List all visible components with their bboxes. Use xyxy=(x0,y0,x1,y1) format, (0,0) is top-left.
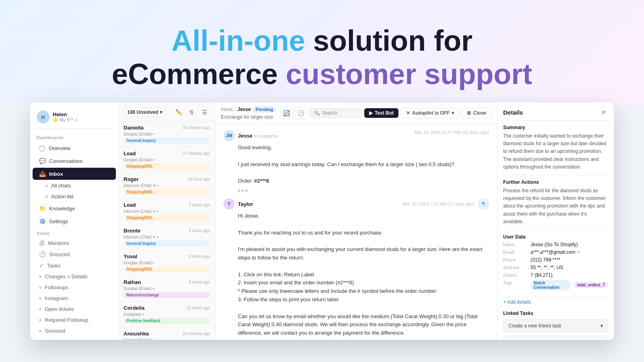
chat-subject: Exchange for larger size xyxy=(221,114,276,120)
sidebar-views-changes[interactable]: Changes > Details xyxy=(33,272,116,282)
list-item[interactable]: Cordelia 16 hours ago Instagram • Positi… xyxy=(119,302,215,327)
filter-button[interactable]: ☰ xyxy=(199,107,210,118)
list-item[interactable]: Yuval 6 hours ago Gorgias (Email) • Ship… xyxy=(119,250,215,276)
copy-icon[interactable]: ⧉ xyxy=(577,250,580,255)
linked-task-title: #1**** - Exchange for bigger size xyxy=(508,339,583,340)
dashboards-label: Dashboards xyxy=(30,132,118,142)
sidebar-item-label: Conversations xyxy=(49,158,83,164)
autopilot-button[interactable]: ✕ Autopilot is OFF ▾ xyxy=(401,108,459,118)
refresh-icon[interactable]: 🔄 xyxy=(281,107,293,119)
sidebar-sub-action-list[interactable]: Action list xyxy=(33,191,116,202)
email-label: Email xyxy=(503,249,527,255)
sidebar-views-open-tickets[interactable]: Open tickets xyxy=(33,304,116,314)
dot-icon xyxy=(45,195,48,198)
sidebar-views-instagram[interactable]: Instagram xyxy=(33,293,116,303)
sidebar-views-label: Mentions xyxy=(48,240,69,246)
list-item[interactable]: Raihan 6 hours ago Gorgias (Email) • Ret… xyxy=(119,276,215,302)
app-window: H Helen 🌟 My S** ◇ Dashboards ◯ Overview… xyxy=(30,103,614,340)
hero-colored-2: customer support xyxy=(286,58,532,90)
dot-icon xyxy=(39,276,41,278)
list-item[interactable]: Lead 37 minutes ago Gorgias (Email) • Sh… xyxy=(119,147,215,173)
unsolved-count: 108 Unsolved xyxy=(127,109,158,115)
chevron-down-icon: ▾ xyxy=(452,110,454,116)
details-close-button[interactable]: ✕ xyxy=(599,107,608,117)
tag-orders[interactable]: total_orders_7 xyxy=(574,282,608,288)
message-block-taylor: T Taylor Mar 20, 2024 7:23 AM (11 days a… xyxy=(223,198,489,340)
chat-area: Inbox / Jesse Pending Exchange for large… xyxy=(215,103,497,340)
add-details-link[interactable]: + Add details xyxy=(497,297,614,307)
conv-list-actions: ✏️ ⇅ ☰ xyxy=(173,107,210,118)
conversation-list: 108 Unsolved ▾ ✏️ ⇅ ☰ Daniella 35 minute… xyxy=(119,103,215,340)
snoozed-icon: 🕐 xyxy=(39,251,46,257)
sidebar: H Helen 🌟 My S** ◇ Dashboards ◯ Overview… xyxy=(30,103,119,340)
sidebar-views-mentions[interactable]: @ Mentions xyxy=(33,238,116,248)
sidebar-views-label: Open tickets xyxy=(45,306,74,312)
message-to: to support ▾ xyxy=(254,134,278,138)
sender-row: JM Jesse to support ▾ xyxy=(223,130,278,141)
search-box[interactable]: 🔍 Search xyxy=(310,108,362,118)
email-value: a***.a***@gmail.com ⧉ xyxy=(530,249,580,255)
address-label: Address xyxy=(503,265,527,270)
phone-value: (312) 768-**** xyxy=(530,257,560,263)
hero-title: All-in-one solution for eCommerce custom… xyxy=(0,24,644,91)
sidebar-views-label: Tasks xyxy=(47,263,60,269)
sidebar-views-required-followup[interactable]: Required Followup xyxy=(33,315,116,325)
sidebar-item-label: Settings xyxy=(49,218,68,224)
list-item[interactable]: Anoushka 19 minutes ago Gorgias (Email) … xyxy=(119,327,215,340)
knowledge-icon: 📁 xyxy=(39,205,46,212)
unsolved-button[interactable]: 108 Unsolved ▾ xyxy=(124,107,166,117)
list-item[interactable]: Lead 3 hours ago Intercom (Chat) ✕ • Shi… xyxy=(119,199,215,224)
details-panel: Details ✕ Summary The customer initially… xyxy=(497,103,614,340)
history-icon[interactable]: 🕐 xyxy=(295,107,307,119)
orders-label: Orders xyxy=(503,272,527,278)
sidebar-username: Helen xyxy=(53,111,78,117)
sidebar-item-label: Overview xyxy=(49,145,70,151)
tags-label: Tags xyxy=(503,280,527,285)
sidebar-item-overview[interactable]: ◯ Overview xyxy=(33,142,116,154)
sidebar-views-followups[interactable]: Followups xyxy=(33,282,116,292)
sidebar-views-label: Followups xyxy=(45,284,68,290)
tasks-icon: ✓ xyxy=(39,262,44,269)
search-icon: 🔍 xyxy=(314,110,320,116)
message-header: JM Jesse to support ▾ Mar 19, 2024 11:57… xyxy=(223,130,489,141)
chevron-down-icon: ▾ xyxy=(160,109,162,115)
sidebar-item-settings[interactable]: ⚙️ Settings xyxy=(33,215,116,227)
create-linked-task-button[interactable]: Create a new linked task ▾ xyxy=(503,319,608,332)
sidebar-views-tasks[interactable]: ✓ Tasks xyxy=(33,260,116,271)
reply-badge: ↰ xyxy=(478,198,489,210)
sidebar-item-inbox[interactable]: 📥 Inbox xyxy=(33,168,116,180)
compose-button[interactable]: ✏️ xyxy=(173,107,184,118)
sidebar-views-snoozed[interactable]: 🕐 Snoozed xyxy=(33,249,116,259)
detail-row-address: Address 55 **, **, **, US xyxy=(503,265,608,270)
close-label: Close xyxy=(473,110,486,116)
sidebar-views-label: Snoozed xyxy=(49,251,70,257)
orders-value: 7 ($4,271) xyxy=(530,272,553,278)
avatar-jesse: JM xyxy=(223,130,235,141)
sidebar-item-knowledge[interactable]: 📁 Knowledge xyxy=(33,202,116,214)
phone-label: Phone xyxy=(503,257,527,262)
sidebar-item-conversations[interactable]: 💬 Conversations xyxy=(33,155,116,167)
close-conversation-button[interactable]: ⊞ Close xyxy=(462,108,491,118)
sidebar-item-label: Inbox xyxy=(49,171,63,177)
inbox-icon: 📥 xyxy=(39,171,46,177)
test-bot-label: Test Bot xyxy=(375,110,394,116)
message-body-jesse: Good evening, I just received my stud ea… xyxy=(238,144,489,185)
sidebar-item-label: Knowledge xyxy=(49,206,75,212)
message-block-jesse: JM Jesse to support ▾ Mar 19, 2024 11:57… xyxy=(223,130,489,192)
list-item[interactable]: Daniella 35 minutes ago Gorgias (Email) … xyxy=(119,121,215,147)
dot-icon xyxy=(39,297,41,300)
tag-notch[interactable]: Notch Conversation xyxy=(530,280,571,290)
message-timestamp-2: Mar 20, 2024 7:23 AM (11 days ago) xyxy=(402,202,475,206)
list-item[interactable]: Roger an hour ago Intercom (Chat) ✕ • Sh… xyxy=(119,173,215,199)
test-bot-button[interactable]: ▶ Test Bot xyxy=(364,108,398,118)
message-header-2: T Taylor Mar 20, 2024 7:23 AM (11 days a… xyxy=(223,198,489,210)
sort-button[interactable]: ⇅ xyxy=(186,107,197,118)
breadcrumb-contact: Jesse xyxy=(237,107,251,112)
sidebar-views-waiting[interactable]: Waiting on customer xyxy=(33,337,116,340)
sidebar-views-snoozed2[interactable]: Snoozed xyxy=(33,326,116,336)
sidebar-sub-all-chats[interactable]: All chats xyxy=(33,181,116,191)
linked-task-item[interactable]: #1**** - Exchange for bigger size 11 day… xyxy=(503,335,608,340)
overview-icon: ◯ xyxy=(39,145,45,151)
chevron-down-icon: ▾ xyxy=(601,323,603,329)
list-item[interactable]: Bronte 5 hours ago Intercom (Chat) ✕ • G… xyxy=(119,224,215,250)
